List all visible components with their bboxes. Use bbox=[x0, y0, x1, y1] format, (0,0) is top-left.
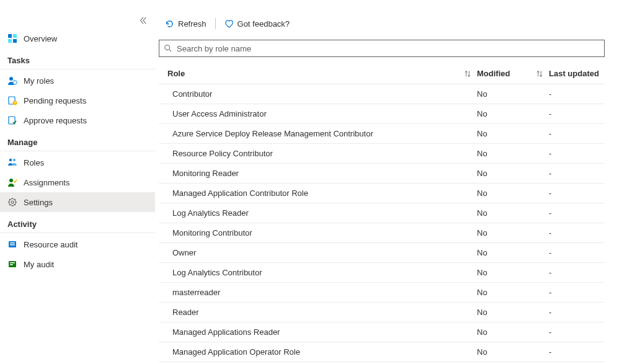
chevron-double-left-icon bbox=[139, 16, 148, 25]
search-input[interactable] bbox=[159, 40, 605, 57]
sort-modified-button[interactable] bbox=[530, 70, 549, 78]
cell-last-updated: - bbox=[549, 208, 605, 218]
sidebar-item-overview[interactable]: Overview bbox=[0, 29, 155, 48]
cell-modified: No bbox=[477, 327, 530, 337]
sidebar-item-pending-requests[interactable]: Pending requests bbox=[0, 91, 155, 110]
cell-modified: No bbox=[477, 347, 530, 357]
sort-icon bbox=[464, 70, 471, 78]
svg-rect-18 bbox=[10, 262, 15, 264]
cell-role: Owner bbox=[159, 248, 458, 257]
sidebar-item-settings[interactable]: Settings bbox=[0, 192, 155, 212]
cell-role: Resource Policy Contributor bbox=[159, 149, 458, 158]
refresh-icon bbox=[165, 19, 174, 29]
table-row[interactable]: Resource Policy ContributorNo- bbox=[159, 144, 605, 164]
person-roles-icon bbox=[7, 76, 17, 86]
svg-point-13 bbox=[11, 201, 14, 203]
svg-point-4 bbox=[9, 77, 13, 81]
cell-last-updated: - bbox=[549, 288, 605, 297]
refresh-label: Refresh bbox=[178, 19, 207, 29]
table-row[interactable]: Monitoring ContributorNo- bbox=[159, 223, 605, 243]
approve-requests-icon bbox=[7, 115, 17, 125]
sidebar-section-tasks: Tasks bbox=[0, 48, 155, 69]
sidebar-item-approve-requests[interactable]: Approve requests bbox=[0, 110, 155, 130]
svg-point-9 bbox=[9, 159, 12, 161]
cell-last-updated: - bbox=[549, 149, 605, 158]
table-row[interactable]: Log Analytics ReaderNo- bbox=[159, 203, 605, 223]
cell-last-updated: - bbox=[549, 109, 605, 118]
table-row[interactable]: Azure Service Deploy Release Management … bbox=[159, 124, 605, 144]
cell-modified: No bbox=[477, 109, 530, 118]
sidebar-item-assignments[interactable]: Assignments bbox=[0, 172, 155, 192]
cell-role: Azure Service Deploy Release Management … bbox=[159, 129, 458, 138]
cell-last-updated: - bbox=[549, 129, 605, 138]
cell-last-updated: - bbox=[549, 327, 605, 337]
column-header-role[interactable]: Role bbox=[159, 69, 458, 78]
sidebar-item-label: Assignments bbox=[24, 178, 69, 187]
cell-last-updated: - bbox=[549, 189, 605, 198]
sidebar-item-resource-audit[interactable]: Resource audit bbox=[0, 234, 155, 254]
table-row[interactable]: masterreaderNo- bbox=[159, 283, 605, 303]
roles-table: Role Modified Last updated bbox=[159, 63, 605, 362]
collapse-sidebar-button[interactable] bbox=[139, 16, 148, 25]
svg-rect-16 bbox=[10, 244, 15, 246]
sidebar-item-label: Roles bbox=[24, 158, 44, 167]
sidebar-item-label: Pending requests bbox=[24, 96, 86, 105]
sidebar-item-label: Approve requests bbox=[24, 116, 87, 125]
cell-role: Managed Application Operator Role bbox=[159, 347, 458, 357]
table-body: ContributorNo-User Access AdministratorN… bbox=[159, 84, 605, 362]
search-container bbox=[159, 40, 605, 57]
feedback-button[interactable]: Got feedback? bbox=[218, 14, 296, 33]
table-row[interactable]: Managed Applications ReaderNo- bbox=[159, 322, 605, 342]
refresh-button[interactable]: Refresh bbox=[159, 14, 213, 33]
cell-role: User Access Administrator bbox=[159, 109, 458, 118]
sidebar-item-my-roles[interactable]: My roles bbox=[0, 71, 155, 91]
sidebar-item-roles[interactable]: Roles bbox=[0, 153, 155, 172]
cell-role: Reader bbox=[159, 308, 458, 317]
table-row[interactable]: OwnerNo- bbox=[159, 243, 605, 263]
cell-role: Log Analytics Reader bbox=[159, 208, 458, 218]
cell-modified: No bbox=[477, 129, 530, 138]
cell-role: Log Analytics Contributor bbox=[159, 268, 458, 277]
table-row[interactable]: Log Analytics ContributorNo- bbox=[159, 263, 605, 283]
table-row[interactable]: Managed Application Operator RoleNo- bbox=[159, 342, 605, 362]
column-header-last-updated[interactable]: Last updated bbox=[549, 69, 605, 78]
svg-point-10 bbox=[13, 159, 16, 161]
overview-label: Overview bbox=[24, 34, 57, 43]
resource-audit-icon bbox=[7, 239, 17, 249]
cell-role: Monitoring Contributor bbox=[159, 228, 458, 237]
feedback-label: Got feedback? bbox=[238, 19, 290, 29]
cell-modified: No bbox=[477, 89, 530, 99]
sidebar-item-label: My roles bbox=[24, 76, 54, 86]
cell-last-updated: - bbox=[549, 228, 605, 237]
cell-modified: No bbox=[477, 268, 530, 277]
sidebar-item-my-audit[interactable]: My audit bbox=[0, 254, 155, 274]
cell-modified: No bbox=[477, 228, 530, 237]
svg-rect-2 bbox=[8, 39, 12, 43]
svg-point-11 bbox=[9, 179, 13, 182]
sidebar-section-manage: Manage bbox=[0, 130, 155, 151]
cell-role: masterreader bbox=[159, 288, 458, 297]
sort-role-button[interactable] bbox=[458, 70, 477, 78]
cell-modified: No bbox=[477, 149, 530, 158]
svg-rect-15 bbox=[10, 242, 15, 244]
sidebar: Overview Tasks My roles Pending requests… bbox=[0, 0, 155, 364]
cell-modified: No bbox=[477, 288, 530, 297]
cell-modified: No bbox=[477, 308, 530, 317]
cell-modified: No bbox=[477, 248, 530, 257]
table-row[interactable]: Monitoring ReaderNo- bbox=[159, 164, 605, 184]
cell-role: Managed Applications Reader bbox=[159, 327, 458, 337]
table-row[interactable]: ReaderNo- bbox=[159, 303, 605, 322]
svg-rect-0 bbox=[8, 34, 12, 38]
main-content: Refresh Got feedback? Role bbox=[155, 0, 627, 364]
table-row[interactable]: ContributorNo- bbox=[159, 84, 605, 104]
cell-role: Managed Application Contributor Role bbox=[159, 189, 458, 198]
table-row[interactable]: Managed Application Contributor RoleNo- bbox=[159, 184, 605, 203]
sidebar-item-label: My audit bbox=[24, 260, 54, 269]
table-row[interactable]: User Access AdministratorNo- bbox=[159, 104, 605, 124]
sidebar-section-activity: Activity bbox=[0, 212, 155, 233]
toolbar-separator bbox=[215, 18, 216, 29]
column-header-modified[interactable]: Modified bbox=[477, 69, 530, 78]
cell-last-updated: - bbox=[549, 248, 605, 257]
cell-last-updated: - bbox=[549, 347, 605, 357]
assignments-icon bbox=[7, 177, 17, 187]
